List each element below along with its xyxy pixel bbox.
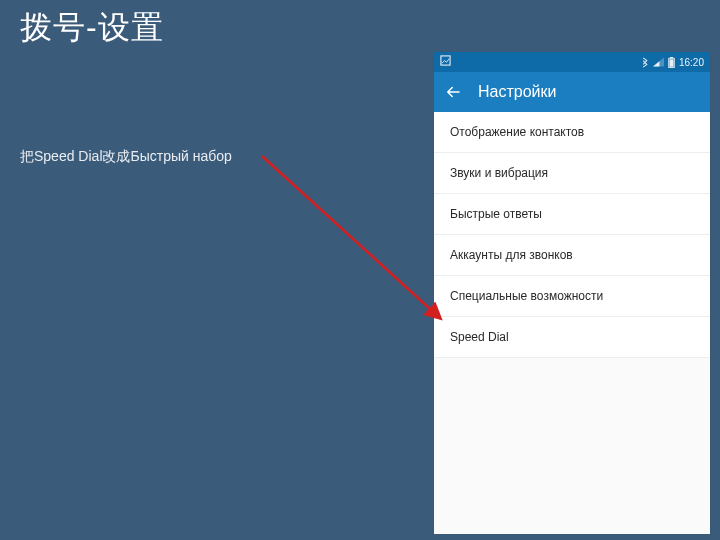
battery-icon bbox=[668, 57, 675, 68]
settings-item-sounds-vibration[interactable]: Звуки и вибрация bbox=[434, 153, 710, 194]
app-bar: Настройки bbox=[434, 72, 710, 112]
settings-item-label: Аккаунты для звонков bbox=[450, 248, 573, 262]
slide: 拨号-设置 把Speed Dial改成Быстрый набор 16:20 bbox=[0, 0, 720, 540]
svg-line-6 bbox=[262, 156, 440, 318]
settings-item-quick-responses[interactable]: Быстрые ответы bbox=[434, 194, 710, 235]
svg-rect-5 bbox=[669, 59, 673, 67]
bluetooth-icon bbox=[641, 57, 649, 68]
appbar-title: Настройки bbox=[478, 83, 556, 101]
phone-mock: 16:20 Настройки Отображение контактов Зв… bbox=[434, 52, 710, 534]
settings-item-accessibility[interactable]: Специальные возможности bbox=[434, 276, 710, 317]
settings-item-label: Звуки и вибрация bbox=[450, 166, 548, 180]
annotation-note: 把Speed Dial改成Быстрый набор bbox=[20, 148, 232, 166]
svg-rect-0 bbox=[441, 56, 450, 65]
back-icon[interactable] bbox=[444, 83, 462, 101]
settings-item-label: Отображение контактов bbox=[450, 125, 584, 139]
settings-item-label: Быстрые ответы bbox=[450, 207, 542, 221]
cell-signal-icon bbox=[653, 57, 664, 67]
screenshot-icon bbox=[440, 55, 451, 66]
status-time: 16:20 bbox=[679, 57, 704, 68]
slide-title: 拨号-设置 bbox=[20, 6, 164, 50]
status-bar: 16:20 bbox=[434, 52, 710, 72]
settings-item-calling-accounts[interactable]: Аккаунты для звонков bbox=[434, 235, 710, 276]
settings-item-label: Speed Dial bbox=[450, 330, 509, 344]
settings-item-label: Специальные возможности bbox=[450, 289, 603, 303]
settings-item-speed-dial[interactable]: Speed Dial bbox=[434, 317, 710, 358]
settings-item-contacts-display[interactable]: Отображение контактов bbox=[434, 112, 710, 153]
